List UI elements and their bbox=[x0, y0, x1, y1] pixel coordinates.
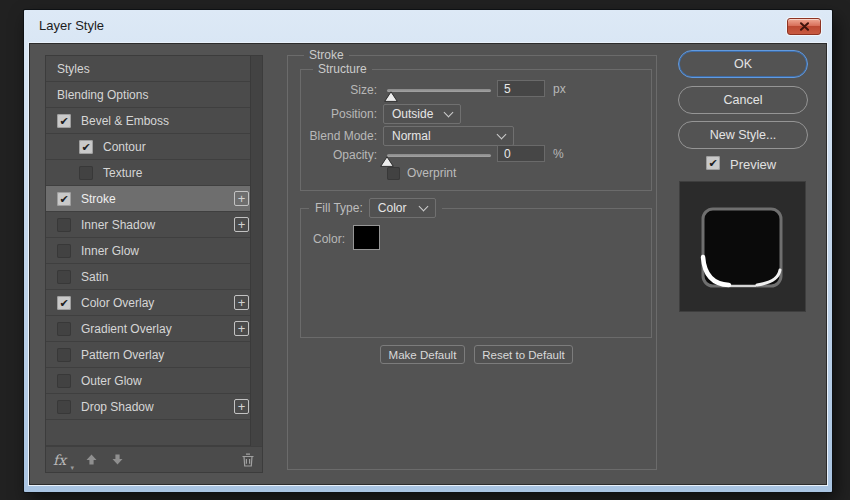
fill-type-value: Color bbox=[370, 201, 416, 215]
sidebar-item-texture[interactable]: Texture bbox=[46, 160, 251, 186]
effect-checkbox[interactable]: ✔ bbox=[57, 192, 71, 206]
slider-thumb-icon bbox=[380, 156, 394, 167]
sidebar-item-stroke[interactable]: ✔Stroke+ bbox=[46, 186, 251, 212]
effect-checkbox[interactable] bbox=[79, 166, 93, 180]
fill-type-legend: Fill Type: Color bbox=[309, 198, 442, 218]
move-effect-up-button[interactable] bbox=[85, 453, 98, 466]
color-swatch[interactable] bbox=[353, 225, 380, 250]
panel-title: Stroke bbox=[304, 48, 349, 63]
sidebar-item-label: Pattern Overlay bbox=[81, 348, 164, 362]
sidebar-item-color-overlay[interactable]: ✔Color Overlay+ bbox=[46, 290, 251, 316]
add-effect-instance-button[interactable]: + bbox=[234, 217, 249, 232]
window-title: Layer Style bbox=[39, 18, 104, 33]
sidebar-item-label: Inner Shadow bbox=[81, 218, 155, 232]
sidebar-item-styles[interactable]: Styles bbox=[46, 56, 251, 82]
sidebar-item-label: Gradient Overlay bbox=[81, 322, 172, 336]
preview-label: Preview bbox=[730, 157, 776, 172]
opacity-slider[interactable] bbox=[387, 154, 491, 157]
sidebar-item-label: Bevel & Emboss bbox=[81, 114, 169, 128]
trash-icon bbox=[241, 452, 255, 468]
blend-mode-label: Blend Mode: bbox=[301, 128, 377, 144]
structure-group: Structure Size: px Position: Outside bbox=[300, 69, 652, 191]
opacity-unit: % bbox=[553, 147, 564, 161]
sidebar-item-outer-glow[interactable]: Outer Glow bbox=[46, 368, 251, 394]
sidebar-item-pattern-overlay[interactable]: Pattern Overlay bbox=[46, 342, 251, 368]
scrollbar-track[interactable] bbox=[250, 56, 262, 446]
effect-checkbox[interactable]: ✔ bbox=[57, 114, 71, 128]
sidebar-item-inner-glow[interactable]: Inner Glow bbox=[46, 238, 251, 264]
reset-to-default-button[interactable]: Reset to Default bbox=[474, 345, 573, 364]
sidebar-item-bevel-emboss[interactable]: ✔Bevel & Emboss bbox=[46, 108, 251, 134]
fill-type-dropdown[interactable]: Color bbox=[369, 198, 436, 218]
close-button[interactable] bbox=[787, 18, 821, 35]
titlebar[interactable]: Layer Style bbox=[24, 10, 832, 42]
sidebar-item-label: Outer Glow bbox=[81, 374, 142, 388]
add-effect-instance-button[interactable]: + bbox=[234, 191, 249, 206]
size-input[interactable] bbox=[497, 80, 545, 97]
sidebar-item-blending-options[interactable]: Blending Options bbox=[46, 82, 251, 108]
add-effect-instance-button[interactable]: + bbox=[234, 399, 249, 414]
effect-checkbox[interactable] bbox=[57, 244, 71, 258]
ok-button[interactable]: OK bbox=[678, 50, 808, 78]
sidebar-item-gradient-overlay[interactable]: Gradient Overlay+ bbox=[46, 316, 251, 342]
effect-checkbox[interactable] bbox=[57, 270, 71, 284]
preview-checkbox[interactable]: ✔ bbox=[706, 156, 720, 170]
position-label: Position: bbox=[301, 106, 377, 122]
caret-down-icon: ▾ bbox=[71, 464, 75, 472]
sidebar-item-label: Styles bbox=[57, 62, 90, 76]
chevron-down-icon bbox=[418, 202, 428, 212]
sidebar-item-label: Blending Options bbox=[57, 88, 148, 102]
size-label: Size: bbox=[301, 82, 377, 98]
effect-checkbox[interactable]: ✔ bbox=[79, 140, 93, 154]
fx-icon: fx bbox=[53, 452, 66, 468]
desktop-background: Layer Style StylesBlending Options✔Bevel… bbox=[0, 0, 850, 500]
add-effect-instance-button[interactable]: + bbox=[234, 321, 249, 336]
delete-effect-button[interactable] bbox=[241, 452, 255, 468]
position-dropdown[interactable]: Outside bbox=[383, 104, 461, 124]
chevron-down-icon bbox=[497, 130, 507, 140]
fill-type-label: Fill Type: bbox=[315, 201, 363, 215]
layer-style-preview-icon bbox=[679, 181, 806, 312]
sidebar-item-drop-shadow[interactable]: Drop Shadow+ bbox=[46, 394, 251, 420]
size-slider[interactable] bbox=[387, 89, 491, 92]
blend-mode-dropdown[interactable]: Normal bbox=[383, 126, 514, 146]
sidebar-item-label: Drop Shadow bbox=[81, 400, 154, 414]
opacity-input[interactable] bbox=[497, 145, 545, 162]
empty-row bbox=[46, 420, 251, 446]
effect-checkbox[interactable] bbox=[57, 348, 71, 362]
stroke-panel: Stroke Structure Size: px Position: bbox=[287, 55, 657, 470]
effect-checkbox[interactable] bbox=[57, 322, 71, 336]
sidebar-item-label: Stroke bbox=[81, 192, 116, 206]
effect-checkbox[interactable] bbox=[57, 400, 71, 414]
opacity-label: Opacity: bbox=[301, 147, 377, 163]
position-value: Outside bbox=[384, 107, 441, 121]
effects-list-toolbar: fx ▾ bbox=[46, 446, 262, 472]
overprint-checkbox[interactable] bbox=[387, 167, 400, 180]
size-slider-thumb[interactable] bbox=[384, 88, 398, 99]
new-style-button[interactable]: New Style... bbox=[678, 121, 808, 149]
sidebar-item-contour[interactable]: ✔Contour bbox=[46, 134, 251, 160]
fx-menu-button[interactable]: fx ▾ bbox=[53, 452, 72, 468]
cancel-button[interactable]: Cancel bbox=[678, 86, 808, 114]
effect-checkbox[interactable] bbox=[57, 374, 71, 388]
effects-list-rows: StylesBlending Options✔Bevel & Emboss✔Co… bbox=[46, 56, 251, 446]
effects-list: StylesBlending Options✔Bevel & Emboss✔Co… bbox=[45, 55, 263, 473]
chevron-down-icon bbox=[444, 108, 454, 118]
slider-thumb-icon bbox=[384, 91, 398, 102]
structure-legend: Structure bbox=[313, 62, 372, 77]
move-effect-down-button[interactable] bbox=[111, 453, 124, 466]
overprint-label: Overprint bbox=[407, 166, 456, 180]
effect-checkbox[interactable] bbox=[57, 218, 71, 232]
sidebar-item-label: Texture bbox=[103, 166, 142, 180]
add-effect-instance-button[interactable]: + bbox=[234, 295, 249, 310]
preview-thumbnail bbox=[679, 181, 806, 312]
sidebar-item-inner-shadow[interactable]: Inner Shadow+ bbox=[46, 212, 251, 238]
make-default-button[interactable]: Make Default bbox=[380, 345, 465, 364]
effect-checkbox[interactable]: ✔ bbox=[57, 296, 71, 310]
sidebar-item-label: Inner Glow bbox=[81, 244, 139, 258]
opacity-slider-thumb[interactable] bbox=[380, 153, 394, 164]
close-icon bbox=[799, 22, 810, 31]
dialog-content: StylesBlending Options✔Bevel & Emboss✔Co… bbox=[28, 42, 828, 486]
sidebar-item-satin[interactable]: Satin bbox=[46, 264, 251, 290]
layer-style-dialog: Layer Style StylesBlending Options✔Bevel… bbox=[24, 10, 832, 492]
